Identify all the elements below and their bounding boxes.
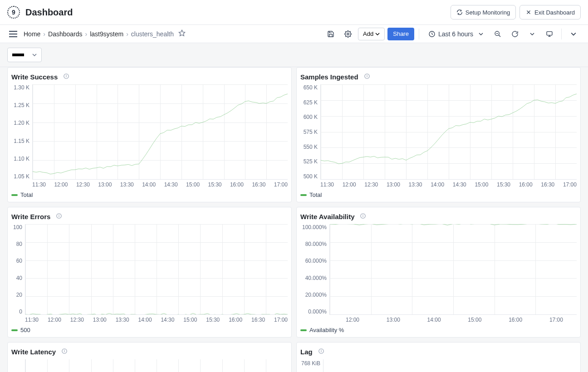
panel-samples-ingested[interactable]: Samples Ingested 650 K 625 K 600 K 575 K…	[296, 67, 581, 202]
panel-title: Write Availability	[300, 213, 354, 220]
x-tick: 17:00	[549, 317, 563, 323]
x-tick: 14:00	[427, 317, 441, 323]
info-icon[interactable]	[63, 73, 69, 81]
setup-monitoring-label: Setup Monitoring	[466, 9, 510, 16]
y-tick: 80.000%	[300, 241, 327, 247]
y-tick: 80	[11, 241, 22, 247]
y-tick: 1.25 K	[11, 102, 29, 108]
topbar-right: Setup Monitoring Exit Dashboard	[451, 5, 581, 20]
legend-swatch	[300, 329, 307, 331]
y-tick: 768 KiB	[300, 360, 320, 367]
x-tick: 16:30	[252, 181, 265, 188]
share-button[interactable]: Share	[387, 28, 414, 40]
settings-button[interactable]	[341, 27, 355, 41]
x-tick: 14:30	[453, 181, 466, 188]
panel-write-availability[interactable]: Write Availability 100.000% 80.000% 60.0…	[296, 207, 581, 338]
close-icon	[525, 9, 532, 15]
y-tick: 100	[11, 224, 22, 230]
chart-write-success: 1.30 K 1.25 K 1.20 K 1.15 K 1.10 K 1.05 …	[11, 84, 288, 180]
setup-monitoring-button[interactable]: Setup Monitoring	[451, 5, 516, 20]
panel-lag[interactable]: Lag 768 KiB	[296, 342, 581, 372]
chevron-down-icon	[479, 32, 483, 36]
plot-area	[320, 84, 577, 180]
navbar-right: Add Share Last 6 hours	[323, 27, 581, 41]
legend[interactable]: Availability %	[300, 327, 577, 333]
x-tick: 13:00	[387, 181, 400, 188]
y-tick: 650 K	[300, 84, 318, 91]
info-icon[interactable]	[364, 73, 370, 81]
topbar: 9 Dashboard Setup Monitoring Exit Dashbo…	[0, 0, 588, 25]
exit-dashboard-button[interactable]: Exit Dashboard	[519, 5, 581, 20]
panel-header: Samples Ingested	[300, 71, 577, 84]
info-icon[interactable]	[360, 213, 366, 220]
svg-marker-0	[179, 30, 185, 36]
legend[interactable]: 500	[11, 327, 288, 333]
refresh-interval-button[interactable]	[525, 27, 539, 41]
y-tick: 60.000%	[300, 258, 327, 264]
panel-write-success[interactable]: Write Success 1.30 K 1.25 K 1.20 K 1.15 …	[7, 67, 292, 202]
x-tick: 16:00	[230, 181, 244, 188]
menu-toggle[interactable]	[7, 29, 19, 39]
view-mode-button[interactable]	[542, 27, 557, 41]
x-tick: 12:00	[346, 317, 359, 323]
panel-write-errors[interactable]: Write Errors 100 80 60 40 20 0 11:30 12:…	[7, 207, 292, 338]
favorite-star-button[interactable]	[178, 29, 186, 38]
panel-write-latency[interactable]: Write Latency	[7, 342, 292, 372]
y-axis: 100.000% 80.000% 60.000% 40.000% 20.000%…	[300, 224, 329, 315]
y-tick: 20	[11, 292, 22, 298]
chevron-down-icon	[530, 32, 534, 36]
breadcrumb-home[interactable]: Home	[24, 30, 40, 38]
y-axis: 650 K 625 K 600 K 575 K 550 K 525 K 500 …	[300, 84, 320, 180]
svg-point-14	[367, 75, 367, 75]
panel-header: Write Latency	[11, 346, 288, 359]
chart-write-latency	[11, 359, 288, 372]
x-tick: 15:00	[475, 181, 488, 188]
plot-area	[323, 359, 577, 372]
legend[interactable]: Total	[11, 191, 288, 198]
separator	[561, 29, 562, 39]
x-tick: 15:30	[206, 317, 220, 323]
legend-label: Availability %	[309, 327, 344, 333]
x-axis: 12:00 13:00 14:00 15:00 16:00 17:00	[300, 317, 577, 323]
svg-point-1	[347, 33, 349, 35]
more-button[interactable]	[566, 27, 581, 41]
info-icon[interactable]	[61, 348, 68, 356]
chart-write-availability: 100.000% 80.000% 60.000% 40.000% 20.000%…	[300, 224, 577, 315]
add-button[interactable]: Add	[358, 28, 385, 40]
x-tick: 12:00	[343, 181, 356, 188]
x-tick: 11:30	[25, 317, 39, 323]
zoom-out-button[interactable]	[490, 27, 505, 41]
save-button[interactable]	[323, 27, 338, 41]
info-icon[interactable]	[56, 213, 62, 220]
legend-label: 500	[20, 327, 30, 333]
panel-header: Lag	[300, 346, 577, 359]
x-tick: 17:00	[274, 181, 288, 188]
chevron-down-icon	[32, 53, 37, 57]
plot-area	[32, 84, 288, 180]
legend-swatch	[300, 194, 307, 196]
y-tick: 500 K	[300, 173, 318, 180]
svg-point-23	[64, 350, 65, 350]
info-icon[interactable]	[318, 348, 324, 356]
exit-dashboard-label: Exit Dashboard	[534, 9, 575, 16]
x-tick: 11:30	[320, 181, 334, 188]
x-tick: 12:30	[364, 181, 378, 188]
y-tick: 1.30 K	[11, 84, 29, 91]
breadcrumb-folder[interactable]: last9system	[90, 30, 123, 38]
refresh-button[interactable]	[508, 27, 522, 41]
y-tick: 1.20 K	[11, 120, 29, 126]
x-tick: 12:00	[48, 317, 61, 323]
topbar-left: 9 Dashboard	[7, 6, 73, 19]
panel-header: Write Errors	[11, 211, 288, 224]
legend[interactable]: Total	[300, 191, 577, 198]
breadcrumb-dashboards[interactable]: Dashboards	[48, 30, 83, 38]
variable-selector[interactable]	[7, 48, 42, 62]
legend-label: Total	[20, 191, 33, 198]
x-tick: 15:30	[208, 181, 222, 188]
x-tick: 13:30	[409, 181, 422, 188]
time-range-picker[interactable]: Last 6 hours	[424, 28, 488, 40]
y-tick: 1.05 K	[11, 173, 29, 180]
add-label: Add	[363, 30, 373, 37]
y-axis: 768 KiB	[300, 359, 323, 372]
y-axis: 100 80 60 40 20 0	[11, 224, 25, 315]
